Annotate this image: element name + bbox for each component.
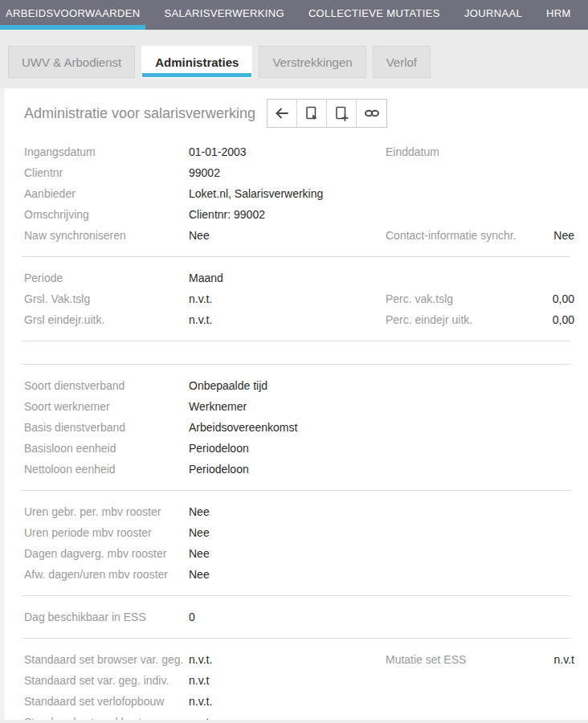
form-row: Afw. dagen/uren mbv roosterNee [24,564,570,585]
page-title: Administratie voor salarisverwerking [24,105,255,122]
field-value: n.v.t [189,674,386,687]
field-label: Periode [24,272,189,284]
field-value: Clientnr: 99002 [189,208,386,221]
form-row: Grsl. Vak.tslgn.v.t.Perc. vak.tslg0,00 [24,288,570,309]
form-row: Soort dienstverbandOnbepaalde tijd [24,375,570,396]
form-row: Dagen dagverg. mbv roosterNee [24,543,570,564]
form-row: PeriodeMaand [24,268,570,288]
field-label: Einddatum [386,145,506,158]
form-row: OmschrijvingClientnr: 99002 [24,204,570,225]
field-label: Dagen dagverg. mbv rooster [24,547,189,560]
field-value: Periodeloon [189,463,386,476]
section-divider [22,638,570,639]
form-row: Nettoloon eenheidPeriodeloon [24,459,570,480]
form-row: Grsl eindejr.uitk.n.v.t.Perc. eindejr ui… [24,309,570,330]
form-row: Naw synchroniserenNeeContact-informatie … [24,225,570,246]
form-row: Basis dienstverbandArbeidsovereenkomst [24,417,570,438]
form-section: Ingangsdatum01-01-2003EinddatumClientnr9… [24,141,570,246]
back-button[interactable] [267,100,297,127]
add-document-button[interactable] [327,100,357,127]
form-row: Soort werknemerWerknemer [24,396,570,417]
form-row: Standaard set verlofopbouwn.v.t. [24,691,570,712]
field-value: n.v.t. [189,695,386,708]
nav-item-arbeidsvoorwaarden[interactable]: ARBEIDSVOORWAARDEN [0,0,145,30]
field-label: Dag beschikbaar in ESS [24,611,189,623]
field-label: Uren periode mbv rooster [24,526,189,539]
field-value: 0,00 [506,313,574,326]
form-section: Standaard set browser var. geg.n.v.t.Mut… [24,649,570,723]
form-row: Uren gebr. per. mbv roosterNee [24,501,570,522]
nav-item-collectieve-mutaties[interactable]: COLLECTIEVE MUTATIES [303,0,446,30]
tab-verlof[interactable]: Verlof [373,46,431,78]
top-nav: ARBEIDSVOORWAARDENSALARISVERWERKINGCOLLE… [0,0,588,30]
field-value: 0 [189,611,386,623]
field-label: Omschrijving [24,208,189,221]
nav-item-salarisverwerking[interactable]: SALARISVERWERKING [158,0,289,30]
link-icon [363,105,381,121]
field-label: Standaard set var. geg. indiv. [24,674,189,687]
field-label: Soort dienstverband [24,379,189,392]
tab-uwv-arbodienst[interactable]: UWV & Arbodienst [8,46,135,78]
field-value: n.v.t. [189,653,386,666]
field-label: Perc. eindejr uitk. [386,313,506,326]
field-value: n.v.t. [189,292,386,305]
field-value: Nee [189,229,386,242]
form-section: Uren gebr. per. mbv roosterNeeUren perio… [24,501,570,585]
field-value: 0,00 [506,292,574,305]
field-value: Nee [189,505,386,518]
form-section: PeriodeMaandGrsl. Vak.tslgn.v.t.Perc. va… [24,268,570,330]
section-divider [22,595,570,596]
field-value: Arbeidsovereenkomst [189,421,386,434]
form-row: Ingangsdatum01-01-2003Einddatum [24,141,570,162]
nav-item-hrm[interactable]: HRM [541,0,577,30]
field-label: Grsl eindejr.uitk. [24,313,189,326]
form-row: Dag beschikbaar in ESS0 [24,607,570,627]
field-value: Nee [506,229,574,242]
link-button[interactable] [357,100,386,127]
bottom-strip [0,720,588,723]
form-section: Soort dienstverbandOnbepaalde tijdSoort … [24,375,570,480]
field-label: Standaard set browser var. geg. [24,653,189,666]
form-row: Uren periode mbv roosterNee [24,522,570,543]
document-add-icon [333,105,349,121]
field-label: Soort werknemer [24,400,189,413]
field-value: 99002 [189,166,386,179]
field-value: Periodeloon [189,442,386,455]
field-label: Grsl. Vak.tslg [24,292,189,305]
field-label: Standaard set verlofopbouw [24,695,189,708]
form-row: Clientnr99002 [24,162,570,183]
tab-administraties[interactable]: Administraties [141,46,252,78]
tab-bar: UWV & ArbodienstAdministratiesVerstrekki… [0,30,588,88]
form-row: Standaard set var. geg. indiv.n.v.t [24,670,570,691]
field-label: Mutatie set ESS [386,653,506,666]
field-value: n.v.t. [189,313,386,326]
field-value: Onbepaalde tijd [189,379,386,392]
nav-item-journaal[interactable]: JOURNAAL [459,0,528,30]
field-label: Ingangsdatum [24,145,189,158]
section-divider [22,256,570,257]
arrow-left-icon [274,105,290,121]
field-value: Loket.nl, Salarisverwerking [189,187,386,200]
section-divider [22,364,570,365]
section-divider [22,490,570,491]
toolbar [267,99,387,128]
field-label: Basisloon eenheid [24,442,189,455]
edit-document-button[interactable] [297,100,327,127]
tab-verstrekkingen[interactable]: Verstrekkingen [259,46,365,78]
field-label: Aanbieder [24,187,189,200]
field-label: Naw synchroniseren [24,229,189,242]
form-section: Dag beschikbaar in ESS0 [24,607,570,627]
field-label: Clientnr [24,166,189,179]
form-section [24,352,570,353]
document-edit-icon [304,105,320,121]
field-value: Maand [189,272,386,284]
form-row: Standaard set browser var. geg.n.v.t.Mut… [24,649,570,670]
field-value: Werknemer [189,400,386,413]
form-row: AanbiederLoket.nl, Salarisverwerking [24,183,570,204]
field-label: Contact-informatie synchr. [386,229,506,242]
field-value: Nee [189,568,386,581]
field-label: Afw. dagen/uren mbv rooster [24,568,189,581]
field-label: Uren gebr. per. mbv rooster [24,505,189,518]
page-header: Administratie voor salarisverwerking [4,88,588,135]
field-label: Basis dienstverband [24,421,189,434]
